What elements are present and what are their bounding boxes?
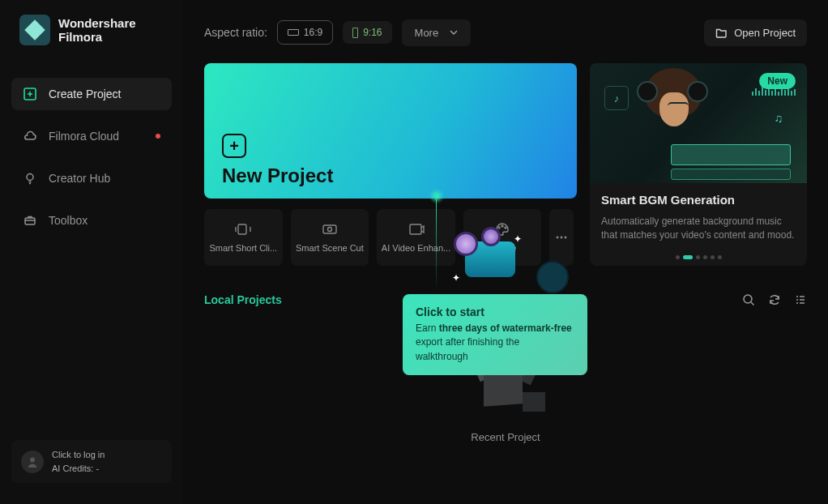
nav-label: Creator Hub bbox=[49, 172, 110, 185]
app-logo: Wondershare Filmora bbox=[19, 15, 172, 45]
refresh-icon bbox=[768, 293, 781, 306]
cloud-icon bbox=[23, 129, 37, 143]
svg-point-14 bbox=[744, 295, 752, 303]
svg-point-1 bbox=[27, 174, 33, 181]
bulb-icon bbox=[23, 171, 37, 186]
svg-point-3 bbox=[30, 457, 35, 462]
user-text: Click to log in AI Credits: - bbox=[52, 448, 105, 475]
tool-smart-scene-cut[interactable]: Smart Scene Cut bbox=[291, 209, 369, 266]
tool-smart-short-clip[interactable]: Smart Short Cli... bbox=[204, 209, 283, 266]
plus-icon: + bbox=[222, 134, 246, 158]
nav-label: Filmora Cloud bbox=[49, 130, 119, 143]
landscape-ratio-icon bbox=[288, 29, 299, 36]
clip-icon bbox=[234, 222, 252, 237]
feature-image: ♪ ♫ New bbox=[590, 63, 807, 183]
nav-creator-hub[interactable]: Creator Hub bbox=[11, 162, 172, 194]
feature-description: Automatically generate background music … bbox=[601, 215, 796, 243]
chevron-down-icon bbox=[450, 30, 458, 35]
nav-create-project[interactable]: Create Project bbox=[11, 78, 172, 110]
enhance-icon bbox=[408, 222, 425, 237]
new-project-card[interactable]: + New Project bbox=[204, 63, 577, 199]
tour-anchor-dot-icon bbox=[429, 188, 445, 204]
login-box[interactable]: Click to log in AI Credits: - bbox=[11, 440, 172, 483]
refresh-button[interactable] bbox=[768, 293, 781, 306]
portrait-ratio-icon bbox=[352, 28, 358, 38]
topbar: Aspect ratio: 16:9 9:16 More Open Projec… bbox=[204, 16, 807, 49]
local-projects-label: Local Projects bbox=[204, 293, 282, 306]
list-view-button[interactable] bbox=[794, 293, 807, 306]
search-button[interactable] bbox=[742, 293, 755, 306]
scene-cut-icon bbox=[321, 222, 339, 237]
plus-square-icon bbox=[23, 87, 37, 101]
toolbox-icon bbox=[23, 213, 37, 228]
svg-rect-4 bbox=[238, 224, 246, 234]
logo-badge-icon bbox=[19, 15, 50, 45]
aspect-more-button[interactable]: More bbox=[402, 19, 472, 46]
logo-text: Wondershare Filmora bbox=[58, 16, 136, 45]
camera-illustration-icon: ✦ ✦ bbox=[454, 227, 575, 297]
list-icon bbox=[794, 293, 807, 306]
aspect-16-9-button[interactable]: 16:9 bbox=[277, 20, 333, 45]
svg-rect-7 bbox=[410, 224, 421, 234]
svg-rect-5 bbox=[323, 225, 336, 233]
avatar-icon bbox=[21, 451, 44, 473]
svg-point-6 bbox=[327, 228, 331, 232]
callout-title: Click to start bbox=[416, 305, 574, 318]
folder-icon bbox=[715, 28, 728, 38]
tour-connector-line-icon bbox=[436, 194, 437, 292]
tool-ai-video-enhance[interactable]: AI Video Enhan... bbox=[377, 209, 455, 266]
nav-toolbox[interactable]: Toolbox bbox=[11, 204, 172, 237]
carousel-dots[interactable] bbox=[590, 248, 807, 263]
nav-label: Toolbox bbox=[49, 214, 87, 227]
music-box-icon: ♪ bbox=[604, 86, 629, 110]
search-icon bbox=[742, 293, 755, 306]
aspect-9-16-button[interactable]: 9:16 bbox=[343, 21, 391, 44]
feature-title: Smart BGM Generation bbox=[601, 193, 796, 207]
nav-filmora-cloud[interactable]: Filmora Cloud bbox=[11, 120, 172, 152]
svg-rect-2 bbox=[25, 218, 35, 224]
nav-label: Create Project bbox=[49, 88, 121, 100]
callout-body: Earn three days of watermark-free export… bbox=[416, 322, 574, 364]
empty-text: Recent Project bbox=[204, 431, 807, 443]
feature-card[interactable]: ♪ ♫ New Smart BGM Generation Automatical… bbox=[590, 63, 807, 266]
music-note-icon: ♫ bbox=[775, 112, 783, 125]
sidebar: Wondershare Filmora Create Project Filmo… bbox=[0, 0, 183, 504]
new-project-title: New Project bbox=[222, 164, 559, 187]
aspect-ratio-label: Aspect ratio: bbox=[204, 26, 267, 39]
walkthrough-callout[interactable]: Click to start Earn three days of waterm… bbox=[403, 294, 587, 375]
new-badge: New bbox=[759, 73, 796, 89]
open-project-button[interactable]: Open Project bbox=[704, 19, 807, 46]
notification-dot-icon bbox=[156, 134, 160, 139]
